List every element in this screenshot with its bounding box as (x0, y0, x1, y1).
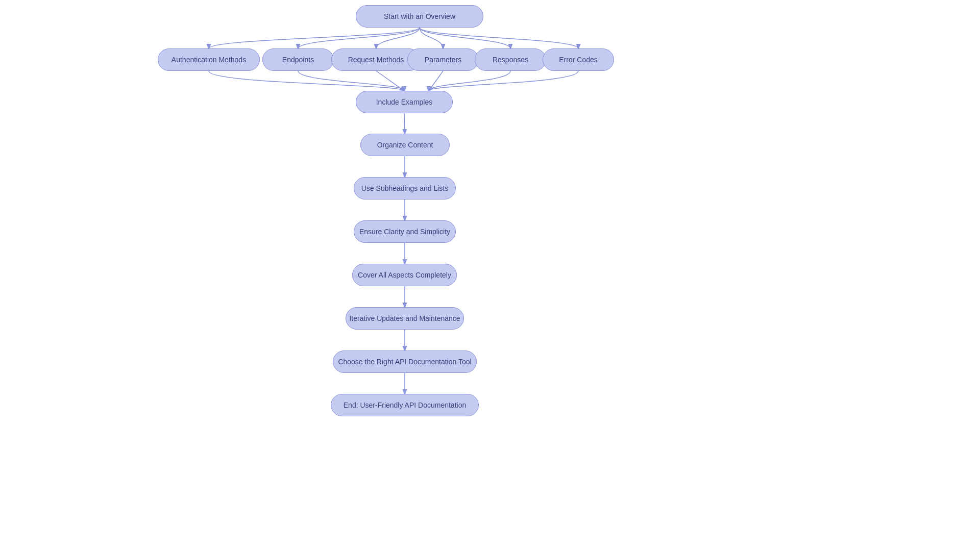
node-parameters-label: Parameters (425, 56, 461, 64)
node-end-label: End: User-Friendly API Documentation (344, 401, 466, 409)
node-endpoints: Endpoints (262, 48, 334, 71)
node-errorcodes: Error Codes (543, 48, 614, 71)
node-cover: Cover All Aspects Completely (352, 264, 457, 286)
node-organize: Organize Content (360, 134, 450, 156)
node-start-label: Start with an Overview (384, 12, 455, 20)
node-organize-label: Organize Content (377, 141, 433, 149)
node-parameters: Parameters (407, 48, 479, 71)
node-iterative: Iterative Updates and Maintenance (346, 307, 464, 330)
node-subheadings: Use Subheadings and Lists (354, 177, 456, 199)
node-responses: Responses (475, 48, 546, 71)
node-cover-label: Cover All Aspects Completely (358, 271, 451, 279)
node-endpoints-label: Endpoints (282, 56, 314, 64)
node-auth-label: Authentication Methods (172, 56, 246, 64)
node-request-label: Request Methods (348, 56, 404, 64)
svg-line-0 (376, 71, 404, 91)
diagram-container: Start with an Overview Authentication Me… (0, 0, 980, 551)
node-clarity: Ensure Clarity and Simplicity (354, 220, 456, 243)
node-iterative-label: Iterative Updates and Maintenance (349, 314, 460, 322)
node-responses-label: Responses (493, 56, 528, 64)
node-end: End: User-Friendly API Documentation (331, 394, 479, 416)
node-choose: Choose the Right API Documentation Tool (333, 350, 477, 373)
node-choose-label: Choose the Right API Documentation Tool (338, 358, 471, 366)
node-subheadings-label: Use Subheadings and Lists (361, 184, 448, 192)
node-clarity-label: Ensure Clarity and Simplicity (359, 228, 450, 236)
node-errorcodes-label: Error Codes (559, 56, 597, 64)
node-examples-label: Include Examples (376, 98, 433, 106)
node-start: Start with an Overview (356, 5, 483, 28)
connections-svg (0, 0, 980, 551)
node-examples: Include Examples (356, 91, 453, 113)
svg-line-1 (429, 71, 443, 91)
svg-line-2 (404, 113, 405, 134)
node-auth: Authentication Methods (158, 48, 260, 71)
